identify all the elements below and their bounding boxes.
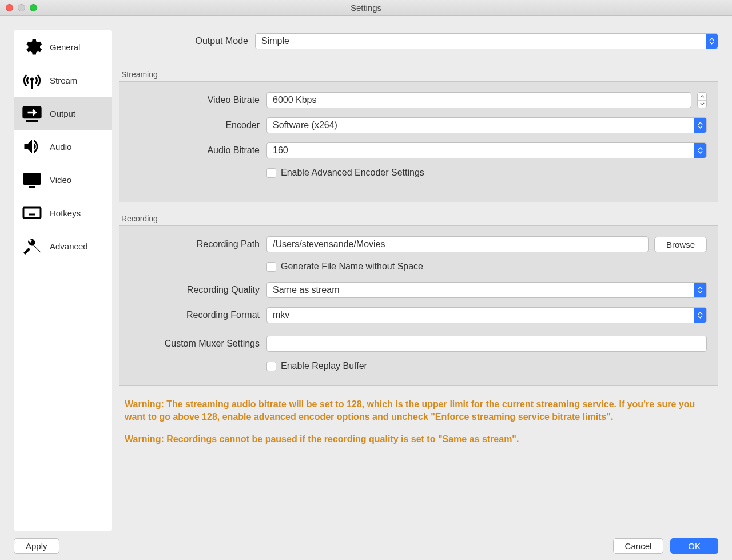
- custom-muxer-label: Custom Muxer Settings: [130, 339, 266, 349]
- recording-format-label: Recording Format: [130, 310, 266, 320]
- custom-muxer-input[interactable]: [266, 336, 707, 352]
- sidebar-item-label: General: [50, 42, 80, 52]
- chevron-updown-icon: [694, 118, 706, 133]
- gear-icon: [21, 36, 43, 58]
- sidebar-item-advanced[interactable]: Advanced: [14, 229, 112, 263]
- enable-advanced-encoder-label: Enable Advanced Encoder Settings: [281, 168, 424, 178]
- video-bitrate-input[interactable]: 6000 Kbps: [266, 92, 691, 108]
- filename-no-space-label: Generate File Name without Space: [281, 261, 423, 272]
- streaming-panel: Video Bitrate 6000 Kbps Encoder Software…: [119, 81, 718, 202]
- sidebar-item-label: Advanced: [50, 241, 88, 251]
- title-bar: Settings: [0, 0, 732, 16]
- sidebar-item-label: Output: [50, 109, 75, 118]
- browse-button[interactable]: Browse: [654, 237, 707, 252]
- minimize-window-button[interactable]: [18, 4, 25, 11]
- footer: Apply Cancel OK: [0, 531, 732, 560]
- sidebar-item-hotkeys[interactable]: Hotkeys: [14, 196, 112, 229]
- section-title-recording: Recording: [121, 214, 718, 223]
- monitor-icon: [21, 169, 43, 190]
- video-bitrate-label: Video Bitrate: [130, 95, 266, 105]
- recording-quality-label: Recording Quality: [130, 285, 266, 295]
- sidebar-item-label: Video: [50, 175, 71, 185]
- chevron-updown-icon: [694, 308, 706, 323]
- video-bitrate-stepper[interactable]: [697, 92, 707, 108]
- sidebar-item-output[interactable]: Output: [14, 97, 112, 130]
- recording-quality-select[interactable]: Same as stream: [266, 282, 707, 298]
- sidebar-item-label: Audio: [50, 142, 71, 152]
- recording-path-label: Recording Path: [130, 239, 266, 249]
- section-title-streaming: Streaming: [121, 70, 718, 79]
- warnings-area: Warning: The streaming audio bitrate wil…: [119, 398, 718, 456]
- svg-rect-3: [29, 186, 35, 188]
- monitor-output-icon: [21, 102, 43, 124]
- tools-icon: [21, 235, 43, 257]
- chevron-updown-icon: [694, 283, 706, 297]
- cancel-button[interactable]: Cancel: [613, 538, 664, 554]
- audio-bitrate-select[interactable]: 160: [266, 142, 707, 158]
- audio-bitrate-label: Audio Bitrate: [130, 145, 266, 156]
- main-panel: Output Mode Simple Streaming Video Bitra…: [119, 30, 718, 531]
- sidebar-item-audio[interactable]: Audio: [14, 130, 112, 163]
- speaker-icon: [21, 136, 43, 157]
- enable-replay-buffer-label: Enable Replay Buffer: [281, 361, 367, 371]
- warning-text: Warning: Recordings cannot be paused if …: [125, 433, 713, 446]
- stepper-down-icon[interactable]: [698, 101, 706, 108]
- recording-format-select[interactable]: mkv: [266, 307, 707, 323]
- svg-rect-2: [23, 173, 41, 185]
- chevron-updown-icon: [694, 143, 706, 158]
- output-mode-label: Output Mode: [119, 36, 255, 46]
- sidebar-item-video[interactable]: Video: [14, 163, 112, 196]
- enable-advanced-encoder-checkbox[interactable]: [266, 168, 276, 178]
- sidebar-item-label: Hotkeys: [50, 208, 81, 218]
- maximize-window-button[interactable]: [30, 4, 37, 11]
- enable-replay-buffer-checkbox[interactable]: [266, 362, 276, 371]
- filename-no-space-checkbox[interactable]: [266, 262, 276, 272]
- recording-path-input[interactable]: /Users/stevensande/Movies: [266, 236, 649, 252]
- apply-button[interactable]: Apply: [14, 538, 59, 554]
- antenna-icon: [21, 69, 43, 91]
- stepper-up-icon[interactable]: [698, 93, 706, 101]
- sidebar-item-general[interactable]: General: [14, 30, 112, 63]
- encoder-label: Encoder: [130, 120, 266, 130]
- sidebar: General Stream Output Audio Video: [14, 30, 112, 531]
- svg-rect-4: [23, 208, 41, 218]
- window-title: Settings: [0, 3, 732, 13]
- recording-panel: Recording Path /Users/stevensande/Movies…: [119, 225, 718, 386]
- ok-button[interactable]: OK: [670, 538, 718, 554]
- keyboard-icon: [21, 202, 43, 224]
- sidebar-item-stream[interactable]: Stream: [14, 63, 112, 97]
- chevron-updown-icon: [706, 34, 718, 49]
- output-mode-select[interactable]: Simple: [255, 33, 718, 49]
- warning-text: Warning: The streaming audio bitrate wil…: [125, 398, 713, 423]
- close-window-button[interactable]: [6, 4, 13, 11]
- encoder-select[interactable]: Software (x264): [266, 117, 707, 133]
- traffic-lights: [0, 4, 37, 11]
- sidebar-item-label: Stream: [50, 76, 77, 85]
